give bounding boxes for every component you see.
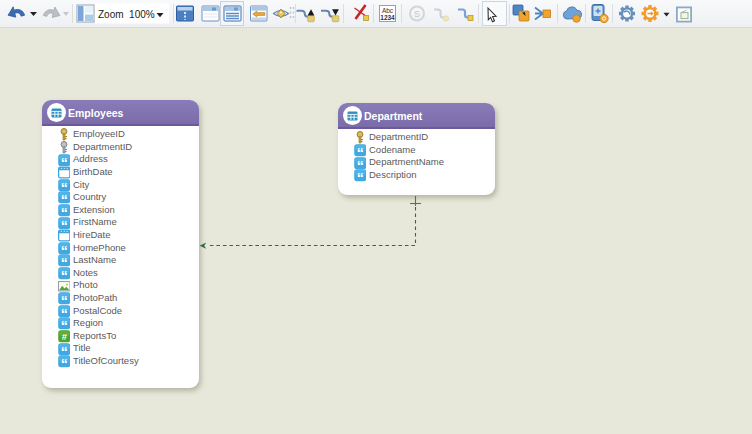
svg-text:Abc: Abc bbox=[382, 7, 394, 14]
svg-text:Zoom 100%: Zoom 100% bbox=[98, 9, 155, 20]
svg-text:“: “ bbox=[60, 356, 67, 368]
svg-text:S: S bbox=[414, 9, 420, 19]
svg-text:“: “ bbox=[356, 170, 363, 182]
svg-text:1234: 1234 bbox=[380, 14, 395, 21]
